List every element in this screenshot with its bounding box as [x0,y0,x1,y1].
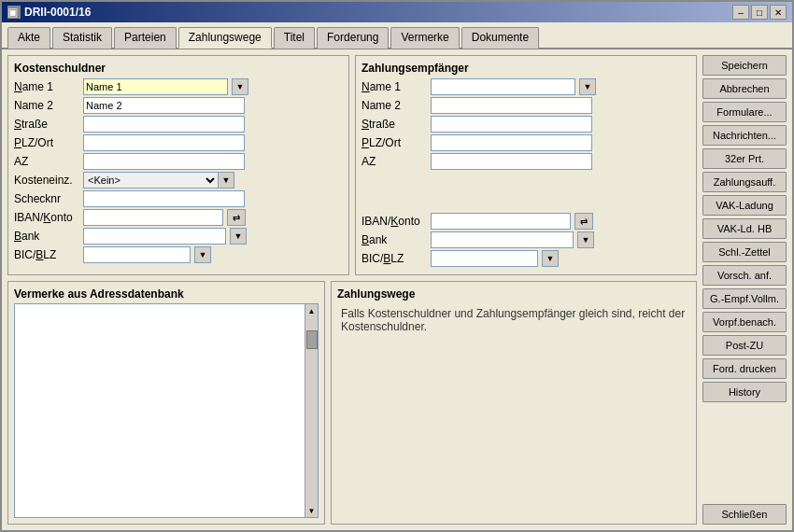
zahlungsempfanger-name1-dropdown[interactable]: ▼ [579,78,596,95]
kostenschuldner-bank-dropdown[interactable]: ▼ [230,228,247,245]
kostenschuldner-iban-exchange[interactable]: ⇄ [227,209,246,226]
main-window: ▣ DRII-0001/16 – □ ✕ Akte Statistik Part… [0,0,794,532]
kostenschuldner-az-row: AZ [14,153,343,170]
kostenschuldner-strasse-row: Straße [14,116,343,133]
zahlungsempfanger-plzort-row: PLZ/Ort [362,134,690,151]
zahlungsempfanger-strasse-label: Straße [362,118,427,131]
kostenschuldner-bank-input[interactable] [83,228,226,245]
tab-forderung[interactable]: Forderung [317,27,389,49]
zahlungsempfanger-strasse-input[interactable] [431,116,592,133]
forddrucken-button[interactable]: Ford. drucken [702,358,787,379]
zahlungsempfanger-name2-row: Name 2 [362,97,690,114]
kostenschuldner-name2-label: Name 2 [14,99,79,112]
zahlungsempfanger-plzort-label: PLZ/Ort [362,136,427,149]
tab-akte[interactable]: Akte [7,27,50,49]
kostenschuldner-iban-row: IBAN/Konto ⇄ [14,209,343,226]
kostenschuldner-name2-row: Name 2 [14,97,343,114]
content-area: Kostenschuldner Name 1 ▼ Name 2 [2,49,792,530]
zahlungsempfanger-name1-label: Name 1 [362,80,427,93]
kostenschuldner-az-input[interactable] [83,153,245,170]
zahlungsempfanger-bicblz-input[interactable] [431,250,538,267]
zahlungsempfanger-az-row: AZ [362,153,690,170]
zahlungsempfanger-name2-input[interactable] [431,97,592,114]
kostenschuldner-iban-input[interactable] [83,209,223,226]
zahlungsauff-button[interactable]: Zahlungsauff. [702,172,787,192]
vermerke-textarea-area: ▲ ▼ [14,303,319,518]
tab-statistik[interactable]: Statistik [52,27,112,49]
vermerke-scroll-thumb[interactable] [306,330,318,349]
vaklandung-button[interactable]: VAK-Ladung [702,195,787,216]
postzu-button[interactable]: Post-ZU [702,335,787,356]
kostenschuldner-name1-input[interactable] [83,78,228,95]
zahlungsempfanger-bank-dropdown[interactable]: ▼ [577,231,594,248]
vorschanf-button[interactable]: Vorsch. anf. [702,265,787,286]
kostenschuldner-bicblz-dropdown[interactable]: ▼ [194,246,211,263]
tab-bar: Akte Statistik Parteien Zahlungswege Tit… [2,22,792,49]
zahlungsempfanger-bicblz-label: BIC/BLZ [362,252,427,265]
vorpfbenach-button[interactable]: Vorpf.benach. [702,312,787,332]
kostenschuldner-kosteneinz-select[interactable]: <Kein> [83,172,219,189]
schliessen-button[interactable]: Schließen [702,504,787,525]
vermerke-scroll-up[interactable]: ▲ [306,304,318,317]
kostenschuldner-bicblz-input[interactable] [83,246,191,263]
zahlungsempfanger-name1-input[interactable] [431,78,575,95]
zahlungsempfanger-bank-input[interactable] [431,231,574,248]
zahlungsempfanger-bicblz-row: BIC/BLZ ▼ [362,250,690,267]
vakldhb-button[interactable]: VAK-Ld. HB [702,218,787,239]
abbrechen-button[interactable]: Abbrechen [702,78,787,99]
tab-titel[interactable]: Titel [274,27,315,49]
speichern-button[interactable]: Speichern [702,55,787,76]
kostenschuldner-kosteneinz-dropdown[interactable]: ▼ [218,172,234,189]
top-row: Kostenschuldner Name 1 ▼ Name 2 [7,55,697,275]
zahlungsempfanger-iban-row: IBAN/Konto ⇄ [362,213,690,230]
kostenschuldner-name2-input[interactable] [83,97,245,114]
kostenschuldner-plzort-row: PLZ/Ort [14,134,343,151]
kostenschuldner-plzort-input[interactable] [83,134,245,151]
kostenschuldner-bicblz-label: BIC/BLZ [14,248,79,261]
kostenschuldner-schecknr-input[interactable] [83,190,245,207]
minimize-button[interactable]: – [732,5,749,20]
kostenschuldner-title: Kostenschuldner [14,62,343,75]
kostenschuldner-strasse-input[interactable] [83,116,245,133]
kostenschuldner-bank-row: Bank ▼ [14,228,343,245]
close-button[interactable]: ✕ [770,5,787,20]
kostenschuldner-bicblz-row: BIC/BLZ ▼ [14,246,343,263]
zahlungsempfanger-spacer2 [362,192,690,213]
kostenschuldner-schecknr-label: Schecknr [14,192,79,205]
gempfvollm-button[interactable]: G.-Empf.Vollm. [702,288,787,309]
kostenschuldner-strasse-label: Straße [14,118,79,131]
zahlungsempfanger-title: Zahlungsempfänger [362,62,690,75]
zahlungsempfanger-plzort-input[interactable] [431,134,592,151]
kostenschuldner-name1-row: Name 1 ▼ [14,78,343,95]
kostenschuldner-iban-label: IBAN/Konto [14,211,79,224]
kostenschuldner-name1-dropdown[interactable]: ▼ [232,78,248,95]
kostenschuldner-name1-label: Name 1 [14,80,79,93]
zahlungsempfanger-bicblz-dropdown[interactable]: ▼ [542,250,559,267]
window-title: DRII-0001/16 [24,6,91,19]
zahlungsempfanger-name2-label: Name 2 [362,99,427,112]
zahlungsempfanger-az-input[interactable] [431,153,592,170]
window-icon: ▣ [7,6,21,19]
tab-vermerke[interactable]: Vermerke [390,27,459,49]
tab-parteien[interactable]: Parteien [114,27,177,49]
vermerke-panel: Vermerke aus Adressdatenbank ▲ ▼ [7,281,325,525]
vermerke-scrollbar[interactable]: ▲ ▼ [305,304,318,517]
tab-dokumente[interactable]: Dokumente [461,27,539,49]
zahlungsempfanger-iban-exchange[interactable]: ⇄ [574,213,593,230]
zahlungsempfanger-name1-row: Name 1 ▼ [362,78,690,95]
kostenschuldner-schecknr-row: Schecknr [14,190,343,207]
schlzettel-button[interactable]: Schl.-Zettel [702,242,787,262]
sidebar: Speichern Abbrechen Formulare... Nachric… [702,55,787,525]
maximize-button[interactable]: □ [751,5,768,20]
kostenschuldner-kosteneinz-row: Kosteneinz. <Kein> ▼ [14,172,343,189]
zahlungsempfanger-iban-input[interactable] [431,213,571,230]
nachrichten-button[interactable]: Nachrichten... [702,125,787,146]
vermerke-scroll-down[interactable]: ▼ [306,504,318,517]
formulare-button[interactable]: Formulare... [702,102,787,122]
kostenschuldner-panel: Kostenschuldner Name 1 ▼ Name 2 [7,55,349,275]
vermerke-textarea[interactable] [15,304,305,517]
tab-zahlungswege[interactable]: Zahlungswege [178,27,272,49]
32erprt-button[interactable]: 32er Prt. [702,148,787,169]
history-button[interactable]: History [702,382,787,402]
kostenschuldner-kosteneinz-label: Kosteneinz. [14,174,79,187]
